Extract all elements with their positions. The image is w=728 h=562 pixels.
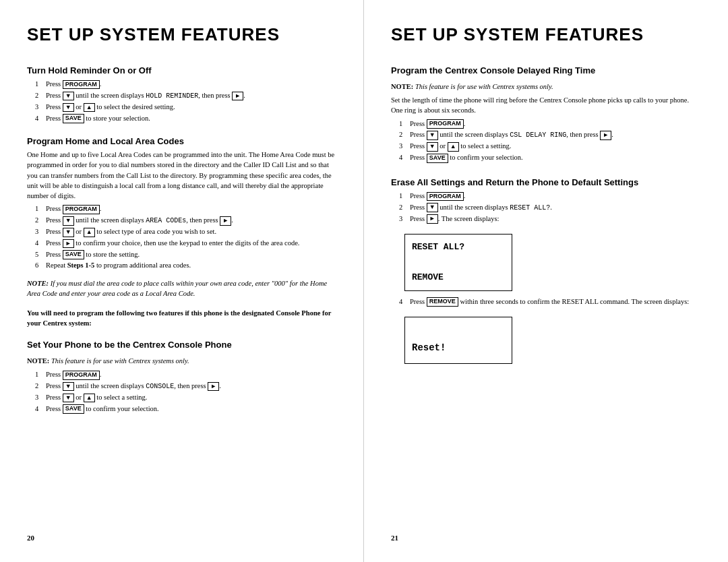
down-arrow-key: ▼ <box>63 216 74 226</box>
screen-display-reset: Reset! <box>404 317 512 364</box>
right-page-num: 21 <box>391 534 701 542</box>
step-1: 1 Press PROGRAM. <box>399 119 701 129</box>
step-5: 5 Press SAVE to store the setting. <box>35 249 336 260</box>
remove-key: REMOVE <box>427 297 458 307</box>
area-codes-body: One Home and up to five Local Area Codes… <box>27 150 336 201</box>
step-4: 4 Press SAVE to confirm your selection. <box>35 404 336 414</box>
step-4: 4 Press SAVE to store your selection. <box>35 113 336 124</box>
section-centrex-console-title: Set Your Phone to be the Centrex Console… <box>27 340 336 350</box>
down-arrow-key: ▼ <box>63 382 74 392</box>
program-key: PROGRAM <box>427 192 464 201</box>
right-page-title: SET UP SYSTEM FEATURES <box>391 24 701 45</box>
down-arrow-key: ▼ <box>427 131 438 140</box>
section-area-codes-title: Program Home and Local Area Codes <box>27 136 336 146</box>
save-key: SAVE <box>427 154 448 163</box>
step-6: 6 Repeat Steps 1-5 to program additional… <box>35 260 336 271</box>
console-notice: You will need to program the following t… <box>27 308 336 328</box>
program-key: PROGRAM <box>63 371 100 380</box>
step-1: 1 Press PROGRAM. <box>35 204 336 214</box>
step-2: 2 Press ▼ until the screen displays RESE… <box>399 202 701 213</box>
step-3: 3 Press ▼ or ▲ to select the desired set… <box>35 102 336 113</box>
step-3: 3 Press ▼ or ▲ to select a setting. <box>35 392 336 403</box>
up-arrow-key: ▲ <box>84 394 95 403</box>
down-arrow-key: ▼ <box>63 228 74 237</box>
right-page: SET UP SYSTEM FEATURES Program the Centr… <box>364 0 728 562</box>
right-arrow-key: ► <box>427 214 438 224</box>
left-page: SET UP SYSTEM FEATURES Turn Hold Reminde… <box>0 0 364 562</box>
step-1: 1 Press PROGRAM. <box>35 369 336 380</box>
screen-display-reset-all: RESET ALL?REMOVE <box>404 234 512 290</box>
save-key: SAVE <box>63 114 84 123</box>
step-3: 3 Press ▼ or ▲ to select a setting. <box>399 141 701 152</box>
erase-steps: 1 Press PROGRAM. 2 Press ▼ until the scr… <box>399 191 701 225</box>
save-key: SAVE <box>63 404 84 414</box>
delayed-ring-steps: 1 Press PROGRAM. 2 Press ▼ until the scr… <box>399 119 701 164</box>
right-arrow-key: ► <box>220 216 231 226</box>
up-arrow-key: ▲ <box>84 103 95 113</box>
step-2: 2 Press ▼ until the screen displays CSL … <box>399 129 701 140</box>
save-key: SAVE <box>63 250 84 259</box>
hold-reminder-steps: 1 Press PROGRAM. 2 Press ▼ until the scr… <box>35 79 336 124</box>
left-page-title: SET UP SYSTEM FEATURES <box>27 24 336 45</box>
program-key: PROGRAM <box>63 80 100 90</box>
program-key: PROGRAM <box>427 119 464 129</box>
section-erase-title: Erase All Settings and Return the Phone … <box>391 177 701 187</box>
right-arrow-key: ► <box>208 382 219 392</box>
right-arrow-key: ► <box>232 92 243 101</box>
delayed-ring-note: NOTE: This feature is for use with Centr… <box>391 82 701 92</box>
left-page-num: 20 <box>27 534 336 542</box>
step-2: 2 Press ▼ until the screen displays CONS… <box>35 381 336 392</box>
step-2: 2 Press ▼ until the screen displays HOLD… <box>35 90 336 101</box>
erase-steps-2: 4 Press REMOVE within three seconds to c… <box>399 296 701 308</box>
up-arrow-key: ▲ <box>84 228 95 237</box>
down-arrow-key: ▼ <box>427 142 438 152</box>
right-arrow-key: ► <box>63 239 74 249</box>
step-1: 1 Press PROGRAM. <box>399 191 701 201</box>
down-arrow-key: ▼ <box>63 394 74 403</box>
step-1: 1 Press PROGRAM. <box>35 79 336 90</box>
program-key: PROGRAM <box>63 205 100 214</box>
step-4: 4 Press ► to confirm your choice, then u… <box>35 238 336 249</box>
step-2: 2 Press ▼ until the screen displays AREA… <box>35 215 336 226</box>
step-4: 4 Press SAVE to confirm your selection. <box>399 152 701 163</box>
delayed-ring-body: Set the length of time the phone will ri… <box>391 95 701 115</box>
step-3: 3 Press ▼ or ▲ to select type of area co… <box>35 226 336 237</box>
step-4: 4 Press REMOVE within three seconds to c… <box>399 296 701 307</box>
up-arrow-key: ▲ <box>448 142 459 152</box>
down-arrow-key: ▼ <box>427 203 438 212</box>
area-codes-steps: 1 Press PROGRAM. 2 Press ▼ until the scr… <box>35 204 336 272</box>
section-delayed-ring-title: Program the Centrex Console Delayed Ring… <box>391 65 701 75</box>
step-3: 3 Press ►. The screen displays: <box>399 214 701 224</box>
centrex-console-steps: 1 Press PROGRAM. 2 Press ▼ until the scr… <box>35 369 336 414</box>
down-arrow-key: ▼ <box>63 92 74 101</box>
section-hold-reminder-title: Turn Hold Reminder On or Off <box>27 65 336 75</box>
right-arrow-key: ► <box>600 131 611 140</box>
area-codes-note: NOTE: If you must dial the area code to … <box>27 278 336 299</box>
down-arrow-key: ▼ <box>63 103 74 113</box>
centrex-console-note: NOTE: This feature is for use with Centr… <box>27 356 336 366</box>
